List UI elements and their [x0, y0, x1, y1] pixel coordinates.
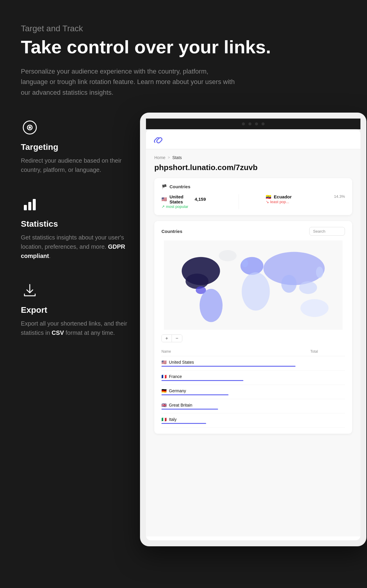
us-percent: 14.3% — [334, 194, 345, 199]
col-name: Name — [161, 347, 310, 356]
country-cell: 🇩🇪 Germany — [161, 388, 310, 395]
svg-point-17 — [299, 281, 317, 294]
camera-dot-1 — [242, 122, 245, 125]
camera-dot-4 — [262, 122, 265, 125]
description-text: Personalize your audience experience wit… — [21, 66, 235, 98]
least-popular-badge: ↘ least pop... — [266, 200, 316, 204]
right-stat-block: 🇪🇨 Ecuador ↘ least pop... — [266, 194, 316, 204]
country-bar — [161, 423, 206, 424]
svg-rect-5 — [33, 199, 36, 210]
svg-point-13 — [242, 259, 248, 267]
stats-divider — [239, 194, 239, 209]
country-name-row: 🇮🇹 Italy — [161, 417, 310, 422]
countries-table: Name Total 🇺🇸 United States — [161, 347, 345, 428]
tablet-mockup: Home > Stats phpshort.lunatio.com/7zuvb … — [140, 113, 366, 546]
stats-row: 🇺🇸 United States 4,159 ↗ most popular — [161, 194, 345, 209]
country-cell: 🇺🇸 United States — [161, 360, 310, 367]
map-card-header: Countries Search — [161, 227, 345, 236]
breadcrumb-separator: > — [168, 155, 170, 160]
country-name-row: 🇺🇸 United States — [161, 360, 310, 365]
country-bar — [161, 380, 243, 381]
page-url-title: phpshort.lunatio.com/7zuvb — [154, 163, 352, 172]
feature-targeting: Targeting Redirect your audience based o… — [21, 119, 146, 175]
zoom-out-button[interactable]: − — [172, 335, 182, 342]
us-count: 4,159 — [195, 197, 206, 202]
stats-summary-card: 🏴 Countries 🇺🇸 United States 4,159 — [154, 178, 352, 215]
country-bar — [161, 409, 218, 410]
country-total — [310, 385, 345, 399]
country-flag: 🇫🇷 — [161, 374, 167, 379]
svg-point-9 — [186, 273, 209, 289]
country-flag: 🇬🇧 — [161, 403, 167, 407]
export-title: Export — [21, 305, 146, 315]
stats-card-header: 🏴 Countries — [161, 184, 345, 189]
country-cell: 🇮🇹 Italy — [161, 417, 310, 424]
svg-line-6 — [157, 138, 159, 140]
svg-point-14 — [242, 272, 270, 311]
svg-point-18 — [301, 299, 329, 317]
country-name-row: 🇩🇪 Germany — [161, 388, 310, 393]
content-layout: Targeting Redirect your audience based o… — [21, 116, 346, 546]
country-total — [310, 399, 345, 413]
link-app-icon — [153, 134, 163, 144]
features-column: Targeting Redirect your audience based o… — [21, 116, 146, 337]
country-bar — [161, 394, 228, 395]
svg-point-16 — [281, 275, 296, 293]
app-logo — [153, 134, 163, 144]
country-total — [310, 413, 345, 427]
svg-point-20 — [219, 250, 237, 261]
table-row: 🇬🇧 Great Britain — [161, 399, 345, 413]
table-row: 🇫🇷 France — [161, 370, 345, 385]
country-name: United States — [169, 360, 194, 365]
breadcrumb-current: Stats — [172, 155, 182, 160]
country-cell: 🇫🇷 France — [161, 374, 310, 381]
app-content: Home > Stats phpshort.lunatio.com/7zuvb … — [146, 149, 360, 536]
zoom-controls: + − — [161, 335, 182, 342]
page-container: Target and Track Take control over your … — [0, 0, 367, 570]
table-row: 🇮🇹 Italy — [161, 413, 345, 427]
svg-rect-3 — [24, 205, 27, 210]
left-stat-block: 🇺🇸 United States 4,159 ↗ most popular — [161, 194, 212, 209]
camera-dot-3 — [255, 122, 258, 125]
country-flag: 🇺🇸 — [161, 360, 167, 365]
camera-dot-2 — [248, 122, 251, 125]
svg-point-19 — [316, 267, 323, 278]
statistics-title: Statistics — [21, 219, 146, 229]
country-name: Italy — [169, 417, 177, 422]
targeting-description: Redirect your audience based on their co… — [21, 156, 134, 175]
target-icon — [21, 119, 39, 136]
left-country-name: 🇺🇸 United States 4,159 — [161, 194, 212, 204]
app-header — [146, 129, 360, 149]
bar-chart-icon — [21, 195, 39, 213]
most-popular-badge: ↗ most popular — [161, 204, 212, 209]
table-row: 🇺🇸 United States — [161, 356, 345, 370]
country-cell: 🇬🇧 Great Britain — [161, 403, 310, 410]
search-input[interactable]: Search — [309, 227, 345, 236]
countries-label: Countries — [169, 184, 190, 189]
country-flag: 🇩🇪 — [161, 388, 167, 393]
subtitle-label: Target and Track — [21, 24, 346, 33]
csv-highlight: CSV — [52, 329, 64, 336]
breadcrumb: Home > Stats — [154, 155, 352, 160]
svg-rect-4 — [28, 202, 31, 210]
main-title: Take control over your links. — [21, 37, 346, 57]
world-map-svg — [161, 240, 345, 330]
country-flag: 🇮🇹 — [161, 417, 167, 422]
ec-flag-icon: 🇪🇨 — [266, 194, 271, 200]
map-card: Countries Search — [154, 221, 352, 434]
feature-export: Export Export all your shortened links, … — [21, 281, 146, 337]
zoom-in-button[interactable]: + — [162, 335, 172, 342]
svg-point-11 — [200, 289, 223, 322]
country-name: Germany — [169, 388, 186, 393]
svg-point-2 — [29, 126, 31, 129]
flag-small-icon: 🏴 — [161, 184, 167, 189]
percent-block: 14.3% — [334, 194, 345, 199]
country-total — [310, 356, 345, 370]
export-description: Export all your shortened links, and the… — [21, 319, 134, 337]
country-total — [310, 370, 345, 385]
country-bar — [161, 366, 296, 367]
targeting-title: Targeting — [21, 142, 146, 152]
world-map-container — [161, 240, 345, 330]
breadcrumb-home: Home — [154, 155, 165, 160]
feature-statistics: Statistics Get statistics insights about… — [21, 195, 146, 261]
